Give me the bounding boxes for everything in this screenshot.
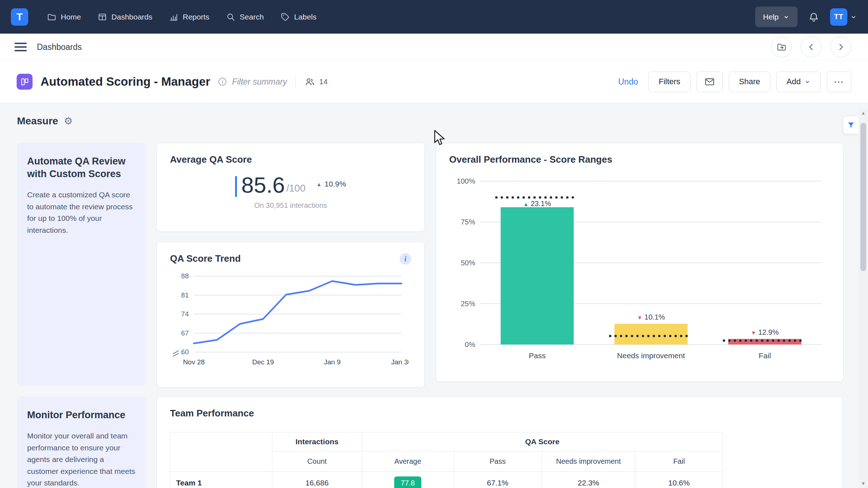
- move-to-folder-button[interactable]: [771, 37, 792, 57]
- dashboard-content: Measure ⚙ Automate QA Review with Custom…: [0, 103, 868, 488]
- overall-bar-chart: 100%75%50%25%0%▲ 23.1%Pass▼ 10.1%Needs i…: [449, 170, 829, 368]
- monitor-performance-promo-card: Monitor Performance Monitor your overall…: [17, 397, 145, 488]
- table-row: Team 1 16,686 77.8 67.1% 22.3% 10.6%: [170, 472, 723, 488]
- score-subtitle: On 30,951 interactions: [170, 201, 411, 210]
- page-title: Automated Scoring - Manager: [41, 75, 210, 89]
- promo-body: Monitor your overall and team performanc…: [27, 430, 135, 488]
- trend-card-header: QA Score Trend i: [170, 253, 411, 265]
- average-qa-score-card: Average QA Score 85.6 /100 ▲ 10.9% On 30…: [157, 143, 425, 232]
- nav-dashboards[interactable]: Dashboards: [91, 7, 159, 27]
- people-icon: [305, 76, 315, 87]
- dashboard-icon: [17, 74, 33, 90]
- envelope-icon: [704, 76, 715, 87]
- share-button[interactable]: Share: [729, 72, 770, 92]
- col-fail: Fail: [635, 451, 723, 472]
- promo-title: Monitor Performance: [27, 409, 135, 421]
- overall-performance-card: Overall Performance - Score Ranges 100%7…: [436, 143, 843, 382]
- promo-title: Automate QA Review with Custom Scores: [27, 155, 135, 180]
- svg-text:81: 81: [181, 291, 189, 299]
- tag-icon: [280, 12, 290, 22]
- blank-header-cell: [170, 432, 272, 472]
- col-count: Count: [272, 451, 362, 472]
- svg-text:60: 60: [181, 348, 189, 356]
- more-button[interactable]: ⋯: [827, 72, 851, 92]
- svg-text:Dec 19: Dec 19: [252, 358, 274, 366]
- info-icon[interactable]: [217, 77, 227, 87]
- dashboards-icon: [98, 12, 107, 22]
- user-menu[interactable]: TT: [830, 8, 857, 26]
- info-icon[interactable]: i: [400, 253, 411, 265]
- average-qa-score-title: Average QA Score: [170, 154, 411, 165]
- svg-text:0%: 0%: [465, 341, 475, 348]
- score-delta: ▲ 10.9%: [316, 180, 346, 188]
- prev-dashboard-button[interactable]: [801, 37, 822, 57]
- nav-home[interactable]: Home: [41, 7, 88, 27]
- reports-icon: [169, 12, 178, 22]
- qa-score-trend-title: QA Score Trend: [170, 253, 241, 264]
- needs-improvement-cell: 22.3%: [542, 472, 635, 488]
- nav-labels[interactable]: Labels: [274, 7, 323, 27]
- app-logo[interactable]: T: [11, 8, 28, 26]
- fail-cell: 10.6%: [635, 472, 723, 488]
- qa-score-badge: 77.8: [394, 476, 421, 488]
- help-button[interactable]: Help: [755, 7, 797, 27]
- svg-text:88: 88: [181, 272, 189, 280]
- hamburger-menu-icon[interactable]: [14, 43, 27, 51]
- nav-reports[interactable]: Reports: [162, 7, 216, 27]
- team-performance-title: Team Performance: [170, 408, 829, 419]
- svg-text:67: 67: [181, 329, 189, 337]
- automate-qa-promo-card: Automate QA Review with Custom Scores Cr…: [17, 143, 145, 386]
- undo-link[interactable]: Undo: [618, 77, 638, 87]
- nav-reports-label: Reports: [183, 13, 209, 21]
- table-group-header-row: Interactions QA Score: [170, 432, 723, 451]
- nav-labels-label: Labels: [294, 13, 316, 21]
- section-head: Measure ⚙: [17, 115, 73, 127]
- svg-text:Pass: Pass: [529, 351, 546, 360]
- col-needs-improvement: Needs improvement: [542, 451, 635, 472]
- pass-cell: 67.1%: [454, 472, 542, 488]
- email-button[interactable]: [697, 72, 723, 92]
- svg-text:75%: 75%: [461, 218, 475, 226]
- members-count[interactable]: 14: [305, 76, 327, 87]
- primary-nav: Home Dashboards Reports Search: [41, 7, 323, 27]
- add-button[interactable]: Add: [776, 72, 821, 92]
- col-pass: Pass: [454, 451, 542, 472]
- next-dashboard-button[interactable]: [830, 37, 851, 57]
- nav-search[interactable]: Search: [220, 7, 271, 27]
- help-label: Help: [763, 13, 779, 21]
- average-score-max: /100: [286, 183, 306, 194]
- chevron-down-icon: [850, 13, 857, 21]
- col-group-qa-score: QA Score: [362, 432, 723, 451]
- vertical-scrollbar[interactable]: ▲ ▼: [859, 108, 868, 488]
- svg-text:74: 74: [181, 310, 189, 318]
- triangle-up-icon: ▲: [316, 181, 322, 187]
- folder-icon: [47, 12, 56, 22]
- breadcrumb[interactable]: Dashboards: [37, 42, 82, 52]
- team-performance-card: Team Performance Interactions QA Score C…: [157, 397, 843, 488]
- nav-dashboards-label: Dashboards: [111, 13, 152, 21]
- gear-icon[interactable]: ⚙: [64, 116, 73, 126]
- team-table-wrap: Interactions QA Score Count Average Pass…: [170, 432, 829, 488]
- scroll-up-arrow-icon[interactable]: ▲: [859, 111, 868, 115]
- filters-button[interactable]: Filters: [648, 72, 690, 92]
- score-row: 85.6 /100 ▲ 10.9%: [170, 173, 411, 197]
- filter-panel-toggle[interactable]: [843, 116, 859, 134]
- team-name-cell: Team 1: [170, 472, 272, 488]
- svg-text:Jan 30: Jan 30: [391, 358, 409, 366]
- section-title: Measure: [17, 115, 58, 127]
- page-header: Automated Scoring - Manager Filter summa…: [0, 61, 868, 103]
- score-delta-value: 10.9%: [324, 180, 346, 188]
- svg-text:Needs improvement: Needs improvement: [617, 351, 685, 360]
- trend-chart-box: 8881746760Nov 28Dec 19Jan 9Jan 30: [170, 270, 411, 378]
- notifications-bell-icon[interactable]: [808, 12, 819, 22]
- topnav-right: Help TT: [755, 7, 857, 27]
- scrollbar-thumb[interactable]: [860, 123, 866, 271]
- header-divider: [295, 76, 296, 88]
- average-cell: 77.8: [362, 472, 454, 488]
- search-icon: [226, 12, 235, 22]
- scroll-down-arrow-icon[interactable]: ▼: [859, 481, 868, 486]
- svg-text:25%: 25%: [461, 300, 475, 308]
- top-navbar: T Home Dashboards Reports: [0, 0, 868, 34]
- avatar: TT: [830, 8, 847, 26]
- funnel-icon: [847, 121, 855, 129]
